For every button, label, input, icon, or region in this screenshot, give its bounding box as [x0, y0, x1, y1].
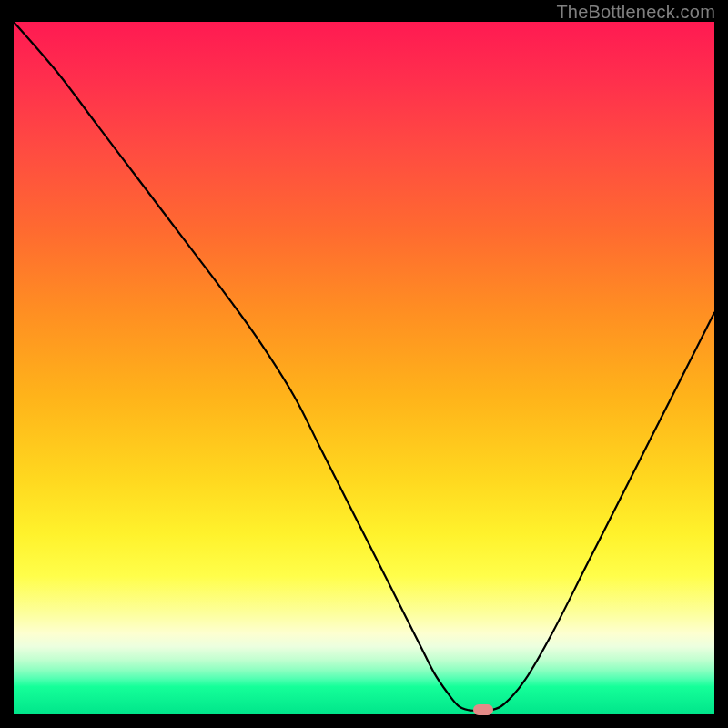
watermark-text: TheBottleneck.com: [556, 2, 715, 23]
bottleneck-curve: [14, 22, 714, 714]
optimal-point-marker: [473, 704, 493, 715]
chart-container: TheBottleneck.com: [0, 0, 728, 728]
plot-area: [14, 22, 714, 714]
